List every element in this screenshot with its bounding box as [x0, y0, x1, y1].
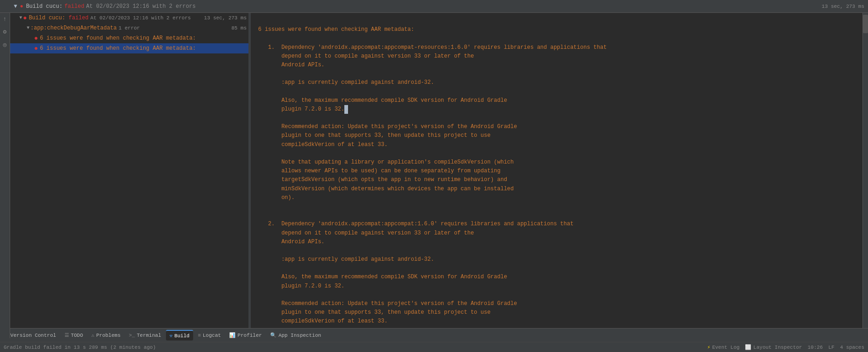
terminal-icon: >_: [129, 333, 135, 338]
build-info: At 02/02/2023 12:16 with 2 errors: [86, 3, 196, 10]
tab-logcat[interactable]: ≡ Logcat: [194, 331, 224, 340]
settings-icon[interactable]: ⚙: [2, 27, 8, 36]
target-icon[interactable]: ◎: [2, 40, 8, 49]
text-cursor: [344, 105, 348, 114]
tab-build[interactable]: ⚒ Build: [166, 330, 194, 340]
status-bar-right: ⚡ Event Log ⬜ Layout Inspector 10:26 LF …: [707, 344, 864, 350]
event-log-label: Event Log: [712, 345, 739, 350]
tab-terminal-label: Terminal: [137, 333, 161, 338]
build-label: Build cucu:: [26, 3, 62, 10]
tree-item-error-1[interactable]: ● 6 issues were found when checking AAR …: [10, 33, 248, 43]
scroll-thumb[interactable]: [863, 15, 868, 33]
status-bar: Gradle build failed in 13 s 289 ms (2 mi…: [0, 342, 868, 352]
root-info: At 02/02/2023 12:16 with 2 errors: [90, 14, 191, 22]
check-task-label: :app:checkDebugAarMetadata: [30, 24, 117, 32]
tab-problems[interactable]: ⚠ Problems: [88, 330, 124, 340]
layout-inspector-icon: ⬜: [745, 344, 751, 350]
event-log-item[interactable]: ⚡ Event Log: [707, 344, 739, 350]
tab-terminal[interactable]: >_ Terminal: [125, 331, 165, 340]
problems-icon: ⚠: [91, 332, 94, 338]
build-tree[interactable]: ▼ ● Build cucu: failed At 02/02/2023 12:…: [10, 13, 248, 328]
app-inspection-icon: 🔍: [270, 332, 277, 338]
build-status: failed: [65, 3, 84, 10]
tree-item-error-2[interactable]: ● 6 issues were found when checking AAR …: [10, 43, 248, 53]
root-time: 13 sec, 273 ms: [204, 14, 247, 22]
event-log-icon: ⚡: [707, 344, 710, 350]
item-2-number: 2. Dependency 'androidx.appcompat:appcom…: [258, 221, 573, 324]
arrow-root: ▼: [19, 14, 22, 22]
build-icon: ⚒: [170, 333, 173, 339]
tree-item-check-task[interactable]: ▼ :app:checkDebugAarMetadata 1 error 85 …: [10, 23, 248, 33]
main-area: ▼ ● Build cucu: failed At 02/02/2023 12:…: [0, 13, 868, 328]
build-error-icon: ●: [20, 3, 23, 10]
error-content: 6 issues were found when checking AAR me…: [258, 17, 855, 328]
content-header: 6 issues were found when checking AAR me…: [258, 26, 414, 33]
tree-item-root[interactable]: ▼ ● Build cucu: failed At 02/02/2023 12:…: [10, 13, 248, 23]
sidebar-icon-strip: ↑ ⚙ ◎: [0, 13, 10, 338]
top-bar: ▼ ● Build cucu: failed At 02/02/2023 12:…: [0, 0, 868, 13]
root-status: failed: [69, 14, 89, 22]
error2-label: 6 issues were found when checking AAR me…: [40, 44, 195, 53]
error1-icon: ●: [34, 34, 38, 42]
tab-todo-label: TODO: [71, 333, 83, 338]
status-bar-left: Gradle build failed in 13 s 289 ms (2 mi…: [4, 345, 707, 350]
tab-app-inspection-label: App Inspection: [278, 333, 321, 338]
todo-icon: ☰: [65, 332, 69, 338]
status-time: 10:26: [808, 345, 823, 350]
error2-icon: ●: [34, 44, 38, 53]
check-task-time: 85 ms: [231, 24, 247, 32]
layout-inspector-label: Layout Inspector: [753, 345, 802, 350]
tab-problems-label: Problems: [96, 333, 121, 338]
bottom-tab-bar: ↑ Version Control ☰ TODO ⚠ Problems >_ T…: [0, 328, 868, 342]
status-line-sep: LF: [828, 345, 834, 350]
right-scrollbar[interactable]: [862, 13, 868, 328]
tab-todo[interactable]: ☰ TODO: [61, 330, 87, 340]
build-title: Build cucu: failed At 02/02/2023 12:16 w…: [26, 3, 195, 10]
left-panel: ▼ ● Build cucu: failed At 02/02/2023 12:…: [0, 13, 249, 328]
layout-inspector-item[interactable]: ⬜ Layout Inspector: [745, 344, 802, 350]
tab-profiler-label: Profiler: [237, 333, 262, 338]
tab-logcat-label: Logcat: [203, 333, 221, 338]
root-label: Build cucu:: [29, 14, 68, 22]
check-task-sublabel: 1 error: [118, 24, 140, 32]
logcat-icon: ≡: [198, 333, 201, 338]
up-arrow-icon[interactable]: ↑: [2, 15, 8, 23]
tab-version-control[interactable]: ↑ Version Control: [2, 331, 60, 340]
status-indent: 4 spaces: [840, 345, 864, 350]
tab-profiler[interactable]: 📊 Profiler: [225, 330, 266, 340]
build-time: 13 sec, 273 ms: [822, 4, 864, 9]
arrow-check: ▼: [27, 24, 30, 32]
expand-arrow[interactable]: ▼: [14, 3, 17, 10]
right-panel[interactable]: 6 issues were found when checking AAR me…: [251, 13, 862, 328]
status-text: Gradle build failed in 13 s 289 ms (2 mi…: [4, 345, 156, 350]
item-1-number: 1. Dependency 'androidx.appcompat:appcom…: [258, 44, 607, 201]
tab-build-label: Build: [174, 333, 189, 339]
tab-app-inspection[interactable]: 🔍 App Inspection: [266, 330, 325, 340]
top-bar-left: ▼ ● Build cucu: failed At 02/02/2023 12:…: [4, 3, 864, 10]
root-error-icon: ●: [23, 14, 27, 22]
error1-label: 6 issues were found when checking AAR me…: [40, 34, 195, 42]
profiler-icon: 📊: [229, 332, 236, 338]
tab-version-control-label: Version Control: [11, 333, 56, 338]
